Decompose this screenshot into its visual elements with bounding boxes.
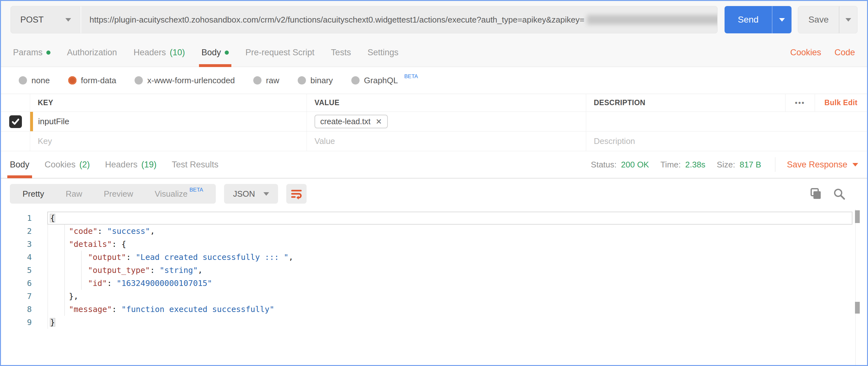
tab-pre-request-script[interactable]: Pre-request Script <box>245 38 314 67</box>
tab-label: Headers <box>105 160 137 170</box>
tab-count: (2) <box>79 160 90 170</box>
view-pretty[interactable]: Pretty <box>12 189 55 199</box>
chevron-down-icon <box>852 163 858 167</box>
scrollbar-thumb[interactable] <box>855 210 860 223</box>
radio-label: GraphQL <box>364 76 398 85</box>
radio-binary[interactable]: binary <box>298 76 333 85</box>
chevron-down-icon <box>264 192 269 196</box>
response-tabs-bar: Body Cookies (2) Headers (19) Test Resul… <box>1 151 867 178</box>
line-number: 3 <box>1 237 48 251</box>
more-options-icon[interactable]: ••• <box>785 94 815 112</box>
time-label: Time: <box>660 160 681 170</box>
radio-none[interactable]: none <box>19 76 50 85</box>
tab-label: Authorization <box>67 48 117 57</box>
url-input[interactable]: https://plugin-acuityschext0.zohosandbox… <box>81 6 717 33</box>
view-raw[interactable]: Raw <box>55 189 93 199</box>
tab-authorization[interactable]: Authorization <box>67 38 117 67</box>
view-visualize[interactable]: Visualize BETA <box>144 189 214 199</box>
size-value: 817 B <box>740 160 761 170</box>
size-label: Size: <box>717 160 735 170</box>
line-number: 5 <box>1 264 48 277</box>
file-chip: create-lead.txt ✕ <box>314 115 388 129</box>
save-button[interactable]: Save <box>798 6 839 33</box>
description-input-placeholder[interactable]: Description <box>586 132 867 151</box>
cookies-link[interactable]: Cookies <box>790 48 822 57</box>
value-cell[interactable]: create-lead.txt ✕ <box>307 112 586 131</box>
response-tab-cookies[interactable]: Cookies (2) <box>45 151 90 178</box>
tab-params[interactable]: Params <box>13 38 51 67</box>
code-line-1: 1 { <box>1 212 867 225</box>
radio-icon <box>253 76 261 85</box>
scrollbar-thumb[interactable] <box>855 302 860 314</box>
line-number: 8 <box>1 303 48 316</box>
code-line-7: 7 }, <box>1 290 867 303</box>
method-select[interactable]: POST <box>11 6 81 33</box>
tab-headers[interactable]: Headers (10) <box>134 38 185 67</box>
code-line-2: 2 "code": "success", <box>1 225 867 237</box>
save-response-label: Save Response <box>787 160 847 170</box>
response-tab-body[interactable]: Body <box>10 151 30 178</box>
view-switcher: Pretty Raw Preview Visualize BETA <box>10 184 216 204</box>
format-select[interactable]: JSON <box>224 184 278 204</box>
active-tab-underline <box>199 64 232 67</box>
tab-settings[interactable]: Settings <box>368 38 399 67</box>
response-tab-headers[interactable]: Headers (19) <box>105 151 156 178</box>
radio-selected-icon <box>68 76 76 85</box>
code-line-9: 9 } <box>1 316 867 329</box>
radio-graphql[interactable]: GraphQL BETA <box>351 76 418 85</box>
response-tab-test-results[interactable]: Test Results <box>172 151 218 178</box>
table-row: inputFile create-lead.txt ✕ <box>1 112 867 132</box>
radio-x-www-form-urlencoded[interactable]: x-www-form-urlencoded <box>134 76 235 85</box>
remove-file-icon[interactable]: ✕ <box>375 117 382 126</box>
row-checkbox-cell <box>1 132 30 151</box>
response-body-editor[interactable]: 1 { 2 "code": "success", 3 "details": { … <box>1 209 867 365</box>
code-line-4: 4 "output": "Lead created successfully :… <box>1 251 867 264</box>
wrap-text-button[interactable] <box>286 184 307 204</box>
matched-brace: } <box>50 318 55 327</box>
key-input-placeholder[interactable]: Key <box>30 132 307 151</box>
send-label: Send <box>738 15 758 25</box>
value-input-placeholder[interactable]: Value <box>307 132 586 151</box>
top-links: Cookies Code <box>790 48 855 57</box>
copy-icon <box>809 188 822 200</box>
key-column-header: KEY <box>30 94 307 112</box>
tab-body[interactable]: Body <box>202 38 229 67</box>
code-line-6: 6 "id": "163249000000107015" <box>1 277 867 290</box>
header-checkbox-cell <box>1 94 30 112</box>
radio-label: binary <box>310 76 333 85</box>
send-button[interactable]: Send <box>724 6 772 33</box>
tab-count: (10) <box>170 48 185 57</box>
view-preview[interactable]: Preview <box>93 189 144 199</box>
method-label: POST <box>20 15 44 25</box>
send-options-button[interactable] <box>772 6 792 33</box>
header-actions: ••• Bulk Edit <box>785 94 867 112</box>
status-value: 200 OK <box>621 160 649 170</box>
radio-icon <box>298 76 306 85</box>
code-line-3: 3 "details": { <box>1 237 867 251</box>
code-link[interactable]: Code <box>834 48 855 57</box>
active-tab-underline <box>7 175 32 178</box>
search-button[interactable] <box>833 188 845 200</box>
save-options-button[interactable] <box>839 6 857 33</box>
line-number: 2 <box>1 225 48 237</box>
save-response-button[interactable]: Save Response <box>787 160 858 170</box>
radio-raw[interactable]: raw <box>253 76 279 85</box>
tab-label: Params <box>13 48 42 57</box>
file-name: create-lead.txt <box>320 117 370 126</box>
radio-form-data[interactable]: form-data <box>68 76 116 85</box>
chevron-down-icon <box>779 18 785 22</box>
tab-tests[interactable]: Tests <box>331 38 351 67</box>
bulk-edit-link[interactable]: Bulk Edit <box>815 94 867 112</box>
row-checkbox-checked[interactable] <box>9 115 22 128</box>
copy-button[interactable] <box>809 188 822 200</box>
value-column-header: VALUE <box>307 94 586 112</box>
table-placeholder-row: Key Value Description <box>1 132 867 151</box>
scrollbar-track[interactable] <box>855 209 856 365</box>
matched-brace: { <box>50 214 55 222</box>
response-toolbar: Pretty Raw Preview Visualize BETA JSON <box>1 178 867 209</box>
key-cell[interactable]: inputFile <box>30 112 307 131</box>
status-label: Status: <box>591 160 617 170</box>
radio-icon <box>351 76 360 85</box>
description-cell[interactable] <box>586 112 867 131</box>
line-number: 4 <box>1 251 48 264</box>
